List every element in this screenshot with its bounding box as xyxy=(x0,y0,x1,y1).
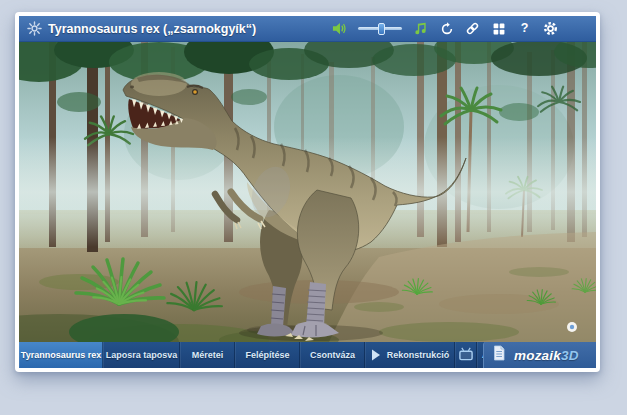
sun-icon xyxy=(27,21,42,36)
reset-rotate-icon[interactable] xyxy=(439,21,454,36)
desktop-background: Tyrannosaurus rex („zsarnokgyík“) xyxy=(0,0,627,415)
titlebar-toolbar: ? xyxy=(332,21,588,36)
tab-tyrannosaurus-rex[interactable]: Tyrannosaurus rex xyxy=(19,342,103,368)
grid-menu-icon[interactable] xyxy=(491,21,506,36)
document-icon[interactable] xyxy=(492,345,506,365)
music-note-icon[interactable] xyxy=(413,21,428,36)
play-icon xyxy=(371,349,381,361)
app-window: Tyrannosaurus rex („zsarnokgyík“) xyxy=(15,12,600,372)
tv-icon xyxy=(458,347,474,364)
tab-meretei[interactable]: Méretei xyxy=(180,342,235,368)
page-title: Tyrannosaurus rex („zsarnokgyík“) xyxy=(48,22,256,36)
link-icon[interactable] xyxy=(465,21,480,36)
scene-hotspot-dot-center[interactable] xyxy=(570,325,574,329)
titlebar: Tyrannosaurus rex („zsarnokgyík“) xyxy=(19,16,596,42)
volume-speaker-icon[interactable] xyxy=(332,21,347,36)
help-icon[interactable]: ? xyxy=(517,21,532,36)
tabbar: Tyrannosaurus rex Laposra taposva Mérete… xyxy=(19,342,596,368)
tab-rekonstrukcio[interactable]: Rekonstrukció xyxy=(365,342,455,368)
mozaik3d-logo[interactable]: mozaik3D xyxy=(514,348,579,363)
settings-gear-icon[interactable] xyxy=(543,21,558,36)
brand-overlay[interactable]: mozaik3D xyxy=(483,342,596,368)
3d-scene-viewport[interactable] xyxy=(19,42,596,342)
tab-animation-tv[interactable] xyxy=(455,342,477,368)
tab-laposra-taposva[interactable]: Laposra taposva xyxy=(103,342,180,368)
tab-csontvaza[interactable]: Csontváza xyxy=(300,342,365,368)
tab-felepitese[interactable]: Felépítése xyxy=(235,342,300,368)
volume-slider-handle[interactable] xyxy=(378,23,385,35)
volume-slider[interactable] xyxy=(358,22,402,36)
